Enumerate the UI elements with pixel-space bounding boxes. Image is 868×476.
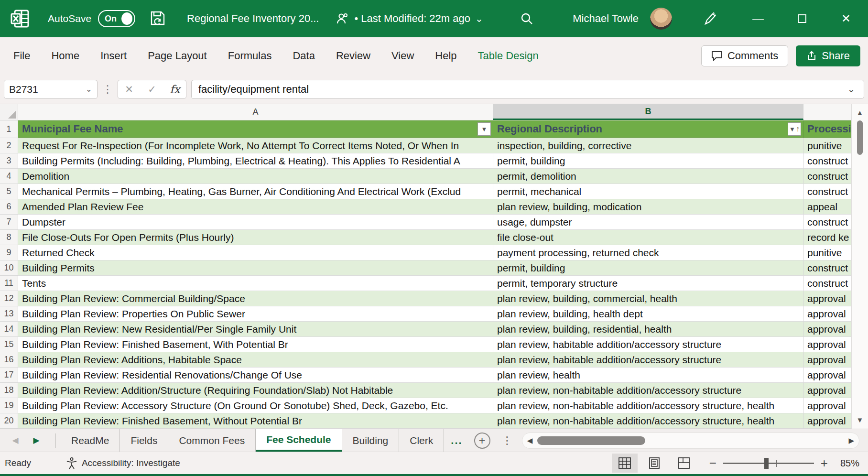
cell-processing[interactable]: approval <box>803 306 851 322</box>
zoom-slider-thumb[interactable] <box>764 458 769 469</box>
vertical-scrollbar-thumb[interactable] <box>857 120 863 155</box>
cell-regional-description[interactable]: plan review, non-habitable addition/acce… <box>493 398 803 413</box>
formula-input[interactable]: facility/equipment rental ⌄ <box>191 80 864 99</box>
row-number[interactable]: 8 <box>0 230 18 245</box>
cell-municipal-fee-name[interactable]: Dumpster <box>18 215 493 230</box>
header-cell-municipal-fee-name[interactable]: Municipal Fee Name ▼ <box>18 120 493 138</box>
cell-regional-description[interactable]: usage, dumpster <box>493 215 803 230</box>
cell-processing[interactable]: approval <box>803 322 851 337</box>
enter-formula-button[interactable]: ✓ <box>145 84 159 95</box>
cell-municipal-fee-name[interactable]: Building Plan Review: Finished Basement,… <box>18 413 493 429</box>
cell-processing[interactable]: punitive <box>803 138 851 153</box>
sheet-tab-common-fees[interactable]: Common Fees <box>168 429 256 452</box>
maximize-button[interactable] <box>780 0 824 37</box>
cell-regional-description[interactable]: plan review, building, residential, heal… <box>493 322 803 337</box>
horizontal-scrollbar[interactable]: ◀ ▶ <box>522 433 859 449</box>
cell-regional-description[interactable]: permit, building <box>493 260 803 276</box>
sheet-nav-left-icon[interactable]: ◀ <box>5 435 26 445</box>
sheet-tab-fields[interactable]: Fields <box>120 429 168 452</box>
editing-pen-icon[interactable] <box>703 11 717 26</box>
last-modified-label[interactable]: • Last Modified: 22m ago <box>354 12 470 25</box>
cell-regional-description[interactable]: plan review, health <box>493 368 803 383</box>
row-number[interactable]: 4 <box>0 169 18 184</box>
zoom-in-button[interactable]: + <box>821 456 828 471</box>
cell-municipal-fee-name[interactable]: Mechanical Permits – Plumbing, Heating, … <box>18 184 493 199</box>
user-avatar[interactable] <box>650 8 672 30</box>
sheet-tab-readme[interactable]: ReadMe <box>61 429 120 452</box>
name-box-chevron-icon[interactable]: ⌄ <box>86 84 92 94</box>
normal-view-button[interactable] <box>612 454 638 473</box>
cell-regional-description[interactable]: inspection, building, corrective <box>493 138 803 153</box>
cell-processing[interactable]: construct <box>803 276 851 291</box>
column-header-c[interactable] <box>803 104 851 120</box>
header-cell-processing[interactable]: Processi <box>803 120 851 138</box>
row-number[interactable]: 15 <box>0 337 18 352</box>
insert-function-button[interactable]: fx <box>168 83 182 96</box>
column-header-a[interactable]: A <box>18 104 493 120</box>
ribbon-tab-help[interactable]: Help <box>435 50 456 62</box>
cell-regional-description[interactable]: payment processing, returned check <box>493 245 803 260</box>
minimize-button[interactable]: — <box>736 0 780 37</box>
cell-processing[interactable]: construct <box>803 184 851 199</box>
sheet-nav-right-icon[interactable]: ▶ <box>26 435 47 445</box>
cell-municipal-fee-name[interactable]: Building Plan Review: Properties On Publ… <box>18 306 493 322</box>
cell-regional-description[interactable]: plan review, non-habitable addition/acce… <box>493 383 803 398</box>
cell-municipal-fee-name[interactable]: Building Plan Review: Accessory Structur… <box>18 398 493 413</box>
row-number[interactable]: 3 <box>0 153 18 169</box>
cell-processing[interactable]: approval <box>803 398 851 413</box>
column-header-b[interactable]: B <box>493 104 803 120</box>
cell-regional-description[interactable]: plan review, non-habitable addition/acce… <box>493 413 803 429</box>
cell-processing[interactable]: approval <box>803 352 851 368</box>
sheet-tab-clerk[interactable]: Clerk <box>399 429 444 452</box>
cell-processing[interactable]: punitive <box>803 245 851 260</box>
cell-processing[interactable]: approval <box>803 368 851 383</box>
cell-processing[interactable]: approval <box>803 337 851 352</box>
comments-button[interactable]: Comments <box>701 45 788 66</box>
cell-processing[interactable]: approval <box>803 413 851 429</box>
expand-formula-bar-icon[interactable]: ⌄ <box>846 84 857 95</box>
cell-processing[interactable]: construct <box>803 153 851 169</box>
cell-processing[interactable]: construct <box>803 215 851 230</box>
cell-processing[interactable]: appeal <box>803 199 851 215</box>
name-box[interactable]: B2731 ⌄ <box>4 80 98 99</box>
row-number[interactable]: 6 <box>0 199 18 215</box>
more-sheets-button[interactable]: ... <box>444 434 469 447</box>
cell-regional-description[interactable]: permit, building <box>493 153 803 169</box>
ribbon-tab-insert[interactable]: Insert <box>100 50 127 62</box>
ribbon-tab-file[interactable]: File <box>13 50 30 62</box>
cell-municipal-fee-name[interactable]: Demolition <box>18 169 493 184</box>
cell-regional-description[interactable]: plan review, habitable addition/accessor… <box>493 352 803 368</box>
cell-municipal-fee-name[interactable]: Returned Check <box>18 245 493 260</box>
ribbon-tab-formulas[interactable]: Formulas <box>228 50 272 62</box>
header-cell-regional-description[interactable]: Regional Description ▼↑ <box>493 120 803 138</box>
sheet-tab-building[interactable]: Building <box>342 429 400 452</box>
row-number[interactable]: 11 <box>0 276 18 291</box>
cell-regional-description[interactable]: plan review, building, health dept <box>493 306 803 322</box>
ribbon-tab-table-design[interactable]: Table Design <box>478 50 539 62</box>
cell-regional-description[interactable]: permit, demolition <box>493 169 803 184</box>
row-number[interactable]: 16 <box>0 352 18 368</box>
scroll-up-icon[interactable]: ▲ <box>857 104 864 119</box>
row-number[interactable]: 5 <box>0 184 18 199</box>
row-number[interactable]: 12 <box>0 291 18 306</box>
cell-regional-description[interactable]: plan review, building, commercial, healt… <box>493 291 803 306</box>
cell-processing[interactable]: construct <box>803 260 851 276</box>
scroll-left-icon[interactable]: ◀ <box>527 436 533 445</box>
cell-municipal-fee-name[interactable]: Building Plan Review: Additions, Habitab… <box>18 352 493 368</box>
row-number[interactable]: 17 <box>0 368 18 383</box>
ribbon-tab-review[interactable]: Review <box>336 50 370 62</box>
zoom-slider[interactable] <box>723 463 814 464</box>
scroll-right-icon[interactable]: ▶ <box>848 436 854 445</box>
add-sheet-button[interactable]: + <box>474 433 490 449</box>
cell-municipal-fee-name[interactable]: Amended Plan Review Fee <box>18 199 493 215</box>
scroll-down-icon[interactable]: ▼ <box>857 416 864 429</box>
horizontal-scrollbar-thumb[interactable] <box>537 436 645 445</box>
page-break-preview-button[interactable] <box>671 454 697 473</box>
cell-processing[interactable]: approval <box>803 383 851 398</box>
row-number[interactable]: 18 <box>0 383 18 398</box>
ribbon-tab-data[interactable]: Data <box>293 50 315 62</box>
row-header-1[interactable]: 1 <box>0 120 18 138</box>
cell-municipal-fee-name[interactable]: Building Plan Review: Finished Basement,… <box>18 337 493 352</box>
cell-municipal-fee-name[interactable]: Building Plan Review: Addition/Structure… <box>18 383 493 398</box>
people-icon[interactable] <box>336 12 348 25</box>
